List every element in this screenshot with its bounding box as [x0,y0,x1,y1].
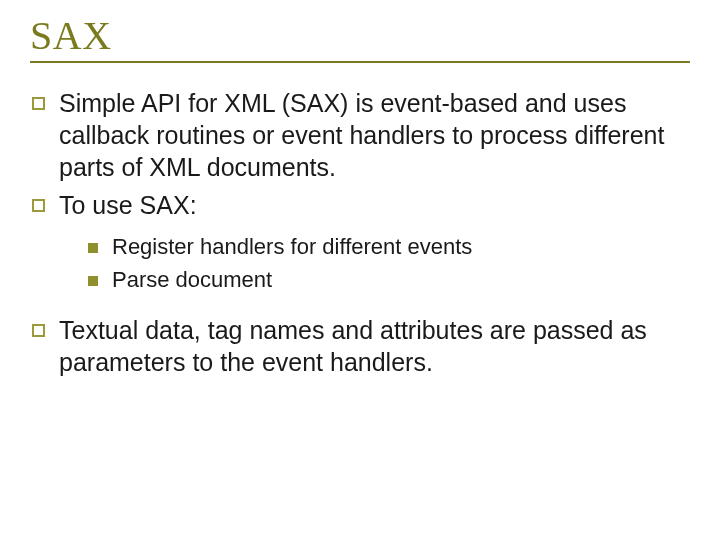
bullet-text: Simple API for XML (SAX) is event-based … [59,87,690,183]
bullet-text: Textual data, tag names and attributes a… [59,314,690,378]
sub-bullet-item: Parse document [88,266,690,295]
sub-bullet-item: Register handlers for different events [88,233,690,262]
slide-title: SAX [30,12,690,59]
square-bullet-icon [32,97,45,110]
bullet-item: Textual data, tag names and attributes a… [32,314,690,378]
bullet-text: To use SAX: [59,189,690,221]
sub-bullet-text: Parse document [112,266,690,295]
slide-content: Simple API for XML (SAX) is event-based … [30,87,690,378]
bullet-item: Simple API for XML (SAX) is event-based … [32,87,690,183]
title-underline [30,61,690,63]
filled-square-bullet-icon [88,243,98,253]
filled-square-bullet-icon [88,276,98,286]
bullet-item: To use SAX: [32,189,690,221]
sub-bullet-text: Register handlers for different events [112,233,690,262]
slide: SAX Simple API for XML (SAX) is event-ba… [0,0,720,540]
square-bullet-icon [32,324,45,337]
sub-bullet-list: Register handlers for different events P… [88,233,690,294]
square-bullet-icon [32,199,45,212]
